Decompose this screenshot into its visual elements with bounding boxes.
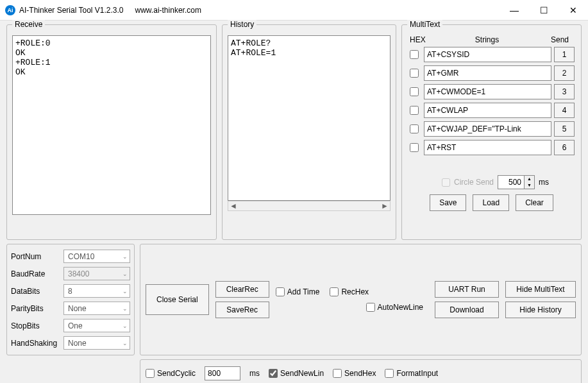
multitext-send-button-5[interactable]: 6 bbox=[554, 140, 575, 155]
port-label-5: HandShaking bbox=[11, 339, 61, 348]
port-combo-5[interactable]: None⌄ bbox=[63, 336, 130, 350]
send-interval-input[interactable] bbox=[205, 366, 240, 380]
receive-textarea[interactable]: +ROLE:0 OK +ROLE:1 OK bbox=[12, 35, 211, 215]
send-hex-checkbox[interactable]: SendHex bbox=[333, 369, 376, 378]
multitext-string-input-1[interactable] bbox=[424, 65, 551, 81]
auto-newline-checkbox[interactable]: AutoNewLine bbox=[366, 303, 423, 312]
port-combo-1[interactable]: 38400⌄ bbox=[63, 267, 130, 280]
history-group: History AT+ROLE? AT+ROLE=1 ◄► bbox=[222, 24, 396, 240]
send-cyclic-checkbox[interactable]: SendCyclic bbox=[146, 369, 196, 378]
minimize-button[interactable]: — bbox=[500, 0, 529, 21]
circle-send-checkbox[interactable] bbox=[442, 178, 450, 187]
multitext-hex-checkbox-4[interactable] bbox=[410, 124, 419, 133]
download-button[interactable]: Download bbox=[435, 302, 499, 318]
multitext-string-input-5[interactable] bbox=[424, 140, 551, 155]
port-label-2: DataBits bbox=[11, 287, 61, 296]
multitext-string-input-3[interactable] bbox=[424, 103, 551, 118]
multitext-header-send: Send bbox=[546, 35, 573, 44]
multitext-hex-checkbox-1[interactable] bbox=[410, 69, 419, 78]
multitext-label: MultiText bbox=[407, 20, 442, 29]
send-interval-unit: ms bbox=[249, 369, 260, 378]
multitext-send-button-0[interactable]: 1 bbox=[554, 47, 575, 62]
rec-hex-checkbox[interactable]: RecHex bbox=[330, 287, 369, 296]
port-label-4: StopBits bbox=[11, 321, 61, 330]
port-label-1: BaudRate bbox=[11, 269, 61, 278]
receive-label: Receive bbox=[12, 20, 45, 29]
port-combo-0[interactable]: COM10⌄ bbox=[63, 250, 130, 263]
circle-send-spinner[interactable]: ▲▼ bbox=[498, 175, 535, 189]
action-panel: Close Serial ClearRec SaveRec Add Time R… bbox=[140, 244, 582, 355]
titlebar: Ai AI-Thinker Serial Tool V1.2.3.0 www.a… bbox=[0, 0, 588, 21]
port-combo-2[interactable]: 8⌄ bbox=[63, 284, 130, 298]
multitext-header-strings: Strings bbox=[428, 35, 546, 44]
multitext-hex-checkbox-5[interactable] bbox=[410, 143, 419, 152]
port-combo-4[interactable]: One⌄ bbox=[63, 319, 130, 332]
multitext-send-button-1[interactable]: 2 bbox=[554, 65, 575, 81]
save-rec-button[interactable]: SaveRec bbox=[215, 302, 269, 318]
app-icon: Ai bbox=[5, 5, 15, 15]
uart-run-button[interactable]: UART Run bbox=[435, 281, 499, 298]
send-newline-checkbox[interactable]: SendNewLin bbox=[269, 369, 324, 378]
add-time-checkbox[interactable]: Add Time bbox=[276, 287, 320, 296]
multitext-send-button-4[interactable]: 5 bbox=[554, 121, 575, 137]
send-panel: SendCyclic ms SendNewLin SendHex FormatI… bbox=[140, 359, 582, 383]
port-label-3: ParityBits bbox=[11, 304, 61, 313]
circle-send-value[interactable] bbox=[498, 176, 524, 189]
app-url: www.ai-thinker.com bbox=[135, 6, 500, 15]
multitext-send-button-2[interactable]: 3 bbox=[554, 84, 575, 99]
hide-history-button[interactable]: Hide History bbox=[505, 302, 576, 318]
history-textarea[interactable]: AT+ROLE? AT+ROLE=1 bbox=[228, 35, 391, 201]
circle-send-label: Circle Send bbox=[454, 178, 494, 187]
multitext-hex-checkbox-2[interactable] bbox=[410, 87, 419, 96]
port-combo-3[interactable]: None⌄ bbox=[63, 302, 130, 315]
multitext-hex-checkbox-0[interactable] bbox=[410, 50, 419, 59]
multitext-group: MultiText HEX Strings Send 1 2 3 4 5 6 C… bbox=[401, 24, 582, 240]
app-title: AI-Thinker Serial Tool V1.2.3.0 bbox=[19, 6, 124, 15]
multitext-save-button[interactable]: Save bbox=[430, 194, 466, 211]
clear-rec-button[interactable]: ClearRec bbox=[215, 281, 269, 298]
multitext-hex-checkbox-3[interactable] bbox=[410, 106, 419, 115]
history-label: History bbox=[228, 20, 256, 29]
history-scrollbar[interactable]: ◄► bbox=[228, 201, 391, 211]
multitext-string-input-0[interactable] bbox=[424, 47, 551, 62]
circle-send-unit: ms bbox=[539, 178, 549, 187]
format-input-checkbox[interactable]: FormatInput bbox=[385, 369, 438, 378]
close-serial-button[interactable]: Close Serial bbox=[146, 284, 209, 315]
multitext-send-button-3[interactable]: 4 bbox=[554, 103, 575, 118]
close-window-button[interactable]: ✕ bbox=[559, 0, 588, 21]
multitext-clear-button[interactable]: Clear bbox=[516, 194, 553, 211]
port-label-0: PortNum bbox=[11, 252, 61, 261]
multitext-string-input-4[interactable] bbox=[424, 121, 551, 137]
multitext-header-hex: HEX bbox=[410, 35, 428, 44]
port-settings: PortNum COM10⌄BaudRate 38400⌄DataBits 8⌄… bbox=[6, 244, 135, 355]
multitext-string-input-2[interactable] bbox=[424, 84, 551, 99]
hide-multitext-button[interactable]: Hide MultiText bbox=[505, 281, 576, 298]
maximize-button[interactable]: ☐ bbox=[529, 0, 559, 21]
receive-group: Receive +ROLE:0 OK +ROLE:1 OK bbox=[6, 24, 217, 240]
multitext-load-button[interactable]: Load bbox=[473, 194, 509, 211]
